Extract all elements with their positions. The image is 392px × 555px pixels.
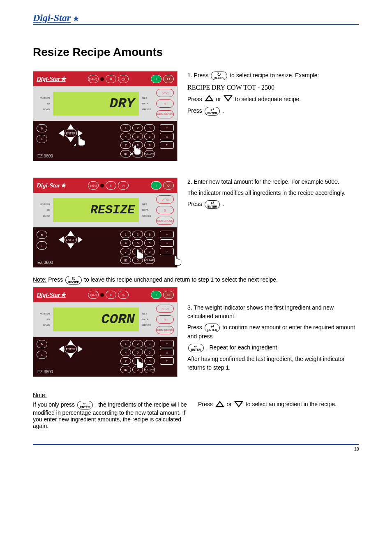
model-label: EZ 3600 xyxy=(37,154,53,158)
step-2-text: 2. Enter new total amount for the recipe… xyxy=(187,178,359,211)
down-triangle-icon xyxy=(234,401,243,409)
up-triangle-icon xyxy=(205,95,214,104)
step-1-text: 1. Press ↻RECIPE to select recipe to res… xyxy=(187,71,359,118)
enter-icon: ↵ENTER xyxy=(188,344,204,352)
select-button[interactable]: △ xyxy=(160,133,174,140)
on-button[interactable]: I xyxy=(151,291,161,299)
recipe-example: RECIPE DRY COW TOT - 2500 xyxy=(187,83,359,92)
recipe-icon: ↻RECIPE xyxy=(65,276,82,284)
status-led xyxy=(100,77,104,81)
key-5[interactable]: 5 xyxy=(132,133,143,140)
off-button[interactable]: O xyxy=(163,291,174,299)
annun-load: LOAD xyxy=(37,108,50,111)
annun-motion: MOTION xyxy=(37,97,50,99)
hand-pointer-icon xyxy=(129,141,143,156)
function-button[interactable]: ⇦ xyxy=(160,340,174,347)
key-clear[interactable]: CLEAR xyxy=(144,150,155,157)
enter-icon: ↵ENTER xyxy=(205,107,220,116)
help-button[interactable]: ? xyxy=(160,141,174,149)
pens-button[interactable]: ⇩ xyxy=(37,351,47,359)
print-button[interactable]: ⎙ xyxy=(156,315,174,324)
zero-button[interactable]: ▷0◁ xyxy=(88,291,99,299)
up-arrow-icon[interactable] xyxy=(67,124,74,129)
annun-net: NET xyxy=(142,97,151,99)
key-9[interactable]: 9 xyxy=(144,141,155,149)
tare-button[interactable]: ▷T◁ xyxy=(156,305,174,313)
notes-heading: Note: xyxy=(33,392,359,398)
enter-icon: ↵ENTER xyxy=(205,200,220,209)
off-button[interactable]: O xyxy=(163,181,174,190)
key-1[interactable]: 1 xyxy=(120,124,131,132)
lcd-display: CORN xyxy=(53,308,139,331)
brand-logo: Digi-Star xyxy=(33,12,71,23)
hand-pointer-icon xyxy=(131,245,146,260)
star-icon: ★ xyxy=(72,14,80,23)
key-6[interactable]: 6 xyxy=(144,133,155,140)
page-title: Resize Recipe Amounts xyxy=(33,46,359,59)
key-4[interactable]: 4 xyxy=(120,133,131,140)
hand-pointer-icon xyxy=(131,355,146,370)
annun-gross: GROSS xyxy=(142,108,151,111)
recipe-button[interactable]: ↻ xyxy=(37,124,47,132)
lcd-display: RESIZE xyxy=(53,198,139,222)
on-button[interactable]: I xyxy=(151,181,161,190)
print-button[interactable]: ⎙ xyxy=(156,99,174,108)
device-panel-2: Digi-Star★ ▷0◁ II ◷ I O MOTION ID LOAD xyxy=(33,178,178,268)
function-button[interactable]: ⇦ xyxy=(160,231,174,238)
page-number: 19 xyxy=(33,444,359,451)
left-arrow-icon[interactable] xyxy=(59,130,64,136)
status-led xyxy=(100,184,104,187)
help-button[interactable]: ? xyxy=(160,357,174,365)
hold-button[interactable]: II xyxy=(106,291,116,299)
timer-button[interactable]: ◷ xyxy=(118,291,129,299)
arrow-pad[interactable]: ENTER xyxy=(59,231,83,249)
key-2[interactable]: 2 xyxy=(132,124,143,132)
print-button[interactable]: ⎙ xyxy=(156,206,174,214)
up-triangle-icon xyxy=(215,401,224,409)
hold-button[interactable]: II xyxy=(106,181,116,190)
tare-button[interactable]: ▷T◁ xyxy=(156,89,174,97)
net-gross-button[interactable]: NET/ GROSS xyxy=(156,326,174,334)
timer-button[interactable]: ◷ xyxy=(118,75,129,83)
down-triangle-icon xyxy=(224,95,233,104)
zero-button[interactable]: ▷0◁ xyxy=(88,181,99,190)
device-logo: Digi-Star★ xyxy=(37,182,66,189)
off-button[interactable]: O xyxy=(163,75,174,83)
hold-button[interactable]: II xyxy=(106,75,116,83)
recipe-button[interactable]: ↻ xyxy=(37,231,47,239)
device-logo: Digi-Star★ xyxy=(37,75,66,83)
function-button[interactable]: ⇦ xyxy=(160,124,174,132)
annun-id: ID xyxy=(37,102,50,105)
step3-note: Note: Press ↻RECIPE to leave this recipe… xyxy=(33,276,359,284)
tare-button[interactable]: ▷T◁ xyxy=(156,195,174,204)
timer-button[interactable]: ◷ xyxy=(118,181,129,190)
notes-body: If you only press ↵ENTER , the ingredien… xyxy=(33,401,359,429)
select-button[interactable]: △ xyxy=(160,239,174,247)
device-panel-3: Digi-Star★ ▷0◁ II ◷ I O MOTION ID LOAD xyxy=(33,287,178,377)
enter-icon: ↵ENTER xyxy=(205,324,220,332)
key-3[interactable]: 3 xyxy=(144,124,155,132)
hand-pointer-icon xyxy=(169,252,184,267)
hand-pointer-icon xyxy=(73,132,88,147)
recipe-icon: ↻RECIPE xyxy=(211,72,227,80)
step-3-text: 3. The weight indicator shows the first … xyxy=(187,287,359,375)
annun-data: DATA xyxy=(142,102,151,105)
recipe-button[interactable]: ↻ xyxy=(37,340,47,348)
lcd-display: DRY xyxy=(53,92,139,116)
on-button[interactable]: I xyxy=(151,75,161,83)
zero-button[interactable]: ▷0◁ xyxy=(88,75,99,83)
select-button[interactable]: △ xyxy=(160,349,174,356)
net-gross-button[interactable]: NET/ GROSS xyxy=(156,110,174,118)
pens-button[interactable]: ⇩ xyxy=(37,135,47,143)
enter-icon: ↵ENTER xyxy=(77,401,93,409)
device-panel-1: Digi-Star★ ▷0◁ II ◷ I O MOTION ID LOAD xyxy=(33,71,178,161)
pens-button[interactable]: ⇩ xyxy=(37,241,47,250)
net-gross-button[interactable]: NET/ GROSS xyxy=(156,217,174,225)
